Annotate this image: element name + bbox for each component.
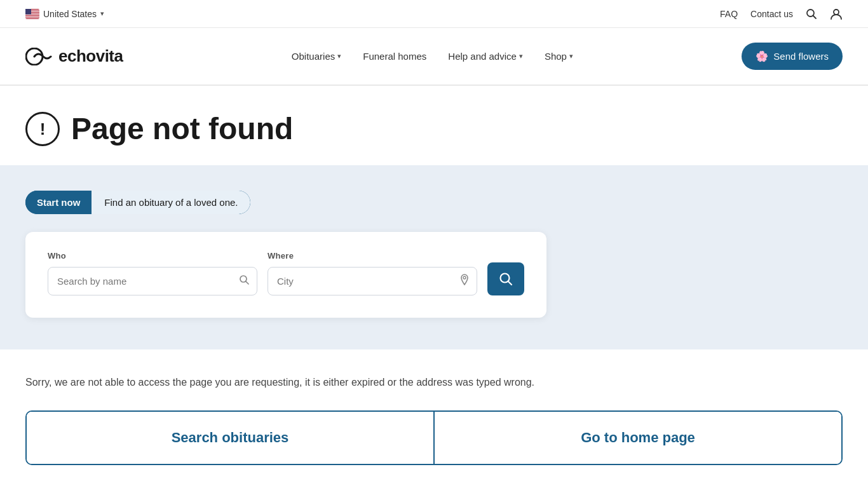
who-label: Who bbox=[48, 251, 257, 261]
user-icon bbox=[830, 8, 843, 20]
search-icon-btn[interactable] bbox=[806, 8, 817, 20]
obituaries-chevron-icon: ▾ bbox=[337, 52, 341, 60]
search-submit-button[interactable] bbox=[487, 262, 524, 295]
logo-icon bbox=[25, 48, 52, 65]
country-chevron-icon: ▾ bbox=[100, 10, 104, 18]
city-search-input[interactable] bbox=[268, 267, 477, 295]
search-section: Start now Find an obituary of a loved on… bbox=[0, 165, 868, 349]
header: echovita Obituaries ▾ Funeral homes Help… bbox=[0, 28, 868, 85]
shop-chevron-icon: ▾ bbox=[569, 52, 573, 60]
top-bar: United States ▾ FAQ Contact us bbox=[0, 0, 868, 28]
svg-rect-7 bbox=[25, 9, 31, 15]
search-fields: Who Where bbox=[48, 251, 524, 295]
start-now-label: Start now bbox=[25, 191, 92, 214]
main-nav: Obituaries ▾ Funeral homes Help and advi… bbox=[283, 46, 582, 67]
send-flowers-button[interactable]: 🌸 Send flowers bbox=[742, 43, 843, 70]
nav-obituaries[interactable]: Obituaries ▾ bbox=[283, 46, 350, 67]
svg-line-9 bbox=[813, 15, 817, 18]
country-label: United States bbox=[43, 9, 97, 19]
account-icon-btn[interactable] bbox=[830, 8, 843, 20]
svg-rect-6 bbox=[25, 17, 39, 18]
us-flag-icon bbox=[25, 9, 39, 19]
start-now-description: Find an obituary of a loved one. bbox=[92, 191, 250, 214]
sorry-message: Sorry, we are not able to access the pag… bbox=[25, 375, 843, 390]
faq-link[interactable]: FAQ bbox=[720, 9, 738, 19]
who-field-group: Who bbox=[48, 251, 257, 295]
warning-circle-icon: ! bbox=[25, 112, 60, 146]
logo-text: echovita bbox=[58, 46, 123, 66]
nav-help-advice[interactable]: Help and advice ▾ bbox=[439, 46, 532, 67]
go-home-button[interactable]: Go to home page bbox=[433, 412, 841, 464]
svg-point-10 bbox=[834, 10, 839, 15]
city-input-wrap bbox=[268, 267, 477, 295]
where-field-group: Where bbox=[268, 251, 477, 295]
name-input-wrap bbox=[48, 267, 257, 295]
logo-link[interactable]: echovita bbox=[25, 46, 123, 66]
svg-rect-5 bbox=[25, 16, 39, 17]
search-submit-icon bbox=[499, 272, 513, 286]
nav-shop[interactable]: Shop ▾ bbox=[536, 46, 582, 67]
svg-rect-4 bbox=[25, 14, 39, 15]
top-bar-right: FAQ Contact us bbox=[720, 8, 843, 20]
search-icon bbox=[806, 8, 817, 20]
start-now-pill: Start now Find an obituary of a loved on… bbox=[25, 191, 250, 214]
contact-link[interactable]: Contact us bbox=[750, 9, 793, 19]
where-label: Where bbox=[268, 251, 477, 261]
page-not-found-section: ! Page not found bbox=[0, 86, 868, 165]
search-box: Who Where bbox=[25, 232, 546, 318]
search-obituaries-button[interactable]: Search obituaries bbox=[27, 412, 433, 464]
page-not-found-title: Page not found bbox=[71, 111, 293, 146]
name-search-input[interactable] bbox=[48, 267, 257, 295]
bottom-buttons: Search obituaries Go to home page bbox=[25, 410, 843, 465]
help-chevron-icon: ▾ bbox=[519, 52, 523, 60]
country-selector[interactable]: United States ▾ bbox=[25, 9, 104, 19]
flower-icon: 🌸 bbox=[756, 50, 768, 62]
bottom-section: Sorry, we are not able to access the pag… bbox=[0, 349, 868, 465]
svg-line-16 bbox=[508, 281, 512, 285]
nav-funeral-homes[interactable]: Funeral homes bbox=[354, 46, 435, 67]
